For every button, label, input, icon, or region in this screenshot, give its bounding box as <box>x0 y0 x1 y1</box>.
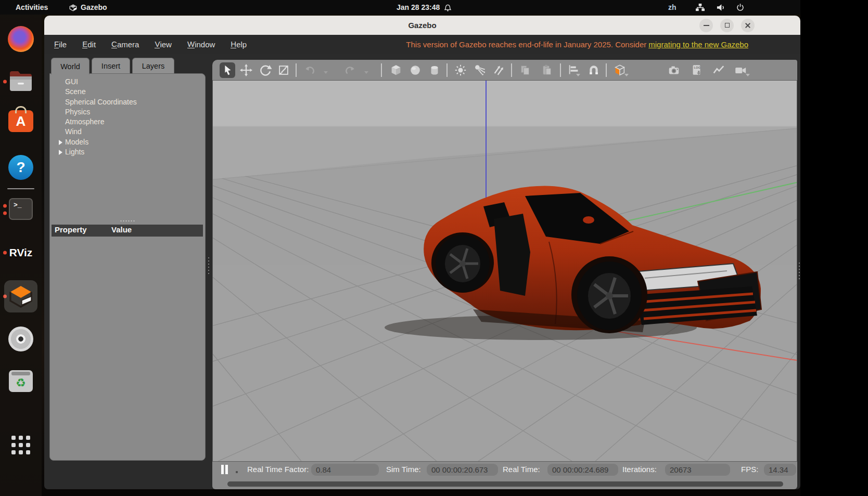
snap-tool-button[interactable] <box>586 62 602 78</box>
tree-item-lights[interactable]: Lights <box>50 147 205 157</box>
paste-button[interactable] <box>539 62 555 78</box>
close-button[interactable] <box>741 19 755 32</box>
select-tool-button[interactable] <box>220 62 235 78</box>
screenshot-button[interactable] <box>666 62 682 78</box>
render-panel: LOG <box>212 60 797 489</box>
menu-items: File Edit Camera View Window Help <box>46 35 254 54</box>
dock-files[interactable] <box>8 69 34 94</box>
dock-trash[interactable]: ♻ <box>9 370 33 392</box>
undo-history-caret[interactable] <box>324 71 328 74</box>
toolbar-separator <box>381 63 382 77</box>
scale-tool-button[interactable] <box>276 62 291 78</box>
pause-button[interactable] <box>221 465 228 474</box>
minimize-button[interactable] <box>699 19 713 32</box>
cylinder-tool-button[interactable] <box>427 62 442 78</box>
iterations-value: 20673 <box>665 464 730 476</box>
dock: A ? >_ RViz <box>0 15 42 496</box>
ubuntu-software-icon: A <box>8 110 33 132</box>
world-tree-panel: GUI Scene Spherical Coordinates Physics … <box>49 73 206 461</box>
redo-button[interactable] <box>342 62 358 78</box>
gazebo-window: Gazebo File Edit Camera View Window Help… <box>44 16 800 489</box>
tree-item-scene[interactable]: Scene <box>50 87 205 97</box>
network-icon[interactable] <box>695 0 705 15</box>
sphere-tool-button[interactable] <box>407 62 423 78</box>
right-splitter-handle[interactable] <box>799 263 800 279</box>
tree-item-gui[interactable]: GUI <box>50 77 205 87</box>
point-light-button[interactable] <box>453 62 468 78</box>
screen: Activities Gazebo Jan 28 23:48 zh <box>0 0 868 496</box>
tab-layers[interactable]: Layers <box>132 58 174 73</box>
volume-icon[interactable] <box>716 0 726 15</box>
clock-label: Jan 28 23:48 <box>397 3 440 11</box>
focused-app-label: Gazebo <box>81 3 107 11</box>
title-bar[interactable]: Gazebo <box>44 16 800 35</box>
clock-menu[interactable]: Jan 28 23:48 <box>397 0 452 15</box>
record-video-button[interactable] <box>733 62 748 78</box>
expand-arrow-icon[interactable] <box>59 140 62 145</box>
scale-icon <box>277 63 290 77</box>
dock-help[interactable]: ? <box>8 155 33 180</box>
panel-splitter-handle[interactable] <box>121 220 135 221</box>
maximize-button[interactable] <box>720 19 734 32</box>
menu-window[interactable]: Window <box>180 35 223 54</box>
menu-view[interactable]: View <box>147 35 180 54</box>
activities-label: Activities <box>16 3 48 11</box>
tree-item-physics[interactable]: Physics <box>50 107 205 117</box>
dock-rviz[interactable]: RViz <box>9 246 33 259</box>
translate-tool-button[interactable] <box>238 62 254 78</box>
dock-gazebo[interactable] <box>4 280 37 312</box>
copy-button[interactable] <box>517 62 533 78</box>
scene-canvas <box>213 81 797 461</box>
minimize-icon <box>704 25 709 26</box>
rtf-label: Real Time Factor: <box>247 465 309 474</box>
view-angle-button[interactable] <box>612 62 628 78</box>
align-tool-button[interactable] <box>566 62 582 78</box>
spot-light-button[interactable] <box>472 62 488 78</box>
cylinder-icon <box>428 63 441 77</box>
redo-icon <box>343 63 357 77</box>
sim-time-label: Sim Time: <box>386 465 421 474</box>
render-3d-view[interactable] <box>213 81 797 461</box>
menu-camera[interactable]: Camera <box>104 35 147 54</box>
dock-ubuntu-software[interactable]: A <box>8 110 33 132</box>
dock-firefox[interactable] <box>8 26 34 52</box>
tree-item-spherical-coordinates[interactable]: Spherical Coordinates <box>50 97 205 107</box>
eol-warning-link[interactable]: migrating to the new Gazebo <box>648 40 748 49</box>
property-column-header: Property <box>55 225 87 234</box>
dock-terminal[interactable]: >_ <box>9 198 33 220</box>
menu-file[interactable]: File <box>46 35 74 54</box>
log-data-button[interactable]: LOG <box>689 62 705 78</box>
rotate-tool-button[interactable] <box>258 62 273 78</box>
input-method-indicator[interactable]: zh <box>668 0 676 15</box>
rviz-icon: RViz <box>9 246 33 258</box>
left-splitter-handle[interactable] <box>208 257 209 274</box>
menu-edit[interactable]: Edit <box>74 35 104 54</box>
redo-history-caret[interactable] <box>364 71 368 74</box>
dock-show-apps[interactable] <box>11 436 30 454</box>
tab-insert[interactable]: Insert <box>92 58 130 73</box>
menu-help[interactable]: Help <box>223 35 254 54</box>
box-tool-button[interactable] <box>388 62 404 78</box>
directional-light-button[interactable] <box>491 62 507 78</box>
dock-disc[interactable] <box>8 327 33 351</box>
copy-icon <box>518 63 532 77</box>
tab-world[interactable]: World <box>51 58 90 74</box>
step-button[interactable] <box>236 471 238 473</box>
expand-arrow-icon[interactable] <box>59 150 62 155</box>
show-apps-icon <box>11 436 30 454</box>
plot-button[interactable] <box>711 62 726 78</box>
undo-button[interactable] <box>302 62 317 78</box>
close-icon <box>745 22 751 29</box>
scrollbar-handle[interactable] <box>227 481 783 487</box>
power-icon[interactable] <box>736 0 745 15</box>
rviz-running-dot <box>3 251 7 255</box>
tree-item-models[interactable]: Models <box>50 137 205 147</box>
tree-item-wind[interactable]: Wind <box>50 127 205 137</box>
notification-bell-icon <box>443 3 452 12</box>
tree-item-atmosphere[interactable]: Atmosphere <box>50 117 205 127</box>
svg-text:LOG: LOG <box>694 66 700 69</box>
activities-button[interactable]: Activities <box>16 0 48 15</box>
view-angle-caret <box>624 74 629 76</box>
rtf-value: 0.84 <box>311 464 379 476</box>
focused-app-indicator[interactable]: Gazebo <box>69 0 107 15</box>
